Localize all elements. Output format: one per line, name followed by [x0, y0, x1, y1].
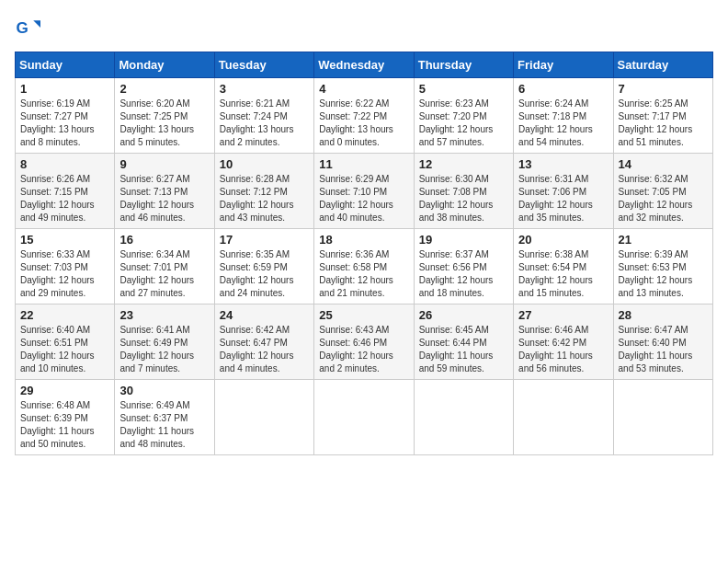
day-number: 9 — [119, 157, 209, 171]
calendar-cell: 20 Sunrise: 6:38 AMSunset: 6:54 PMDaylig… — [514, 229, 613, 304]
day-header-monday: Monday — [115, 52, 214, 78]
day-detail: Sunrise: 6:21 AMSunset: 7:24 PMDaylight:… — [220, 98, 294, 147]
day-detail: Sunrise: 6:22 AMSunset: 7:22 PMDaylight:… — [319, 98, 393, 147]
day-number: 16 — [119, 233, 209, 247]
day-number: 14 — [619, 157, 708, 171]
day-detail: Sunrise: 6:35 AMSunset: 6:59 PMDaylight:… — [220, 249, 294, 298]
day-detail: Sunrise: 6:34 AMSunset: 7:01 PMDaylight:… — [119, 249, 194, 298]
calendar-cell — [314, 380, 414, 455]
day-number: 15 — [20, 233, 109, 247]
day-header-thursday: Thursday — [414, 52, 513, 78]
logo-icon: G — [15, 15, 40, 40]
calendar-cell: 17 Sunrise: 6:35 AMSunset: 6:59 PMDaylig… — [214, 229, 313, 304]
calendar-week-4: 22 Sunrise: 6:40 AMSunset: 6:51 PMDaylig… — [16, 304, 713, 380]
day-header-tuesday: Tuesday — [214, 52, 313, 78]
day-number: 12 — [419, 157, 508, 171]
svg-marker-1 — [33, 20, 40, 28]
calendar-cell: 26 Sunrise: 6:45 AMSunset: 6:44 PMDaylig… — [414, 304, 513, 380]
day-detail: Sunrise: 6:43 AMSunset: 6:46 PMDaylight:… — [319, 325, 393, 373]
day-detail: Sunrise: 6:20 AMSunset: 7:25 PMDaylight:… — [119, 98, 194, 147]
day-detail: Sunrise: 6:36 AMSunset: 6:58 PMDaylight:… — [319, 249, 393, 298]
calendar-cell — [514, 380, 613, 455]
calendar-cell: 18 Sunrise: 6:36 AMSunset: 6:58 PMDaylig… — [314, 229, 414, 304]
calendar-cell: 8 Sunrise: 6:26 AMSunset: 7:15 PMDayligh… — [16, 154, 115, 229]
day-detail: Sunrise: 6:31 AMSunset: 7:06 PMDaylight:… — [518, 174, 593, 223]
svg-text:G: G — [17, 19, 28, 37]
day-detail: Sunrise: 6:38 AMSunset: 6:54 PMDaylight:… — [518, 249, 593, 298]
day-detail: Sunrise: 6:19 AMSunset: 7:27 PMDaylight:… — [20, 98, 95, 147]
day-detail: Sunrise: 6:37 AMSunset: 6:56 PMDaylight:… — [419, 249, 494, 298]
day-number: 30 — [119, 384, 209, 397]
calendar-cell: 21 Sunrise: 6:39 AMSunset: 6:53 PMDaylig… — [613, 229, 712, 304]
day-number: 19 — [419, 233, 508, 247]
calendar-cell — [613, 380, 712, 455]
calendar-cell: 29 Sunrise: 6:48 AMSunset: 6:39 PMDaylig… — [16, 380, 115, 455]
calendar-table: SundayMondayTuesdayWednesdayThursdayFrid… — [15, 52, 713, 455]
day-detail: Sunrise: 6:32 AMSunset: 7:05 PMDaylight:… — [619, 174, 693, 223]
calendar-cell: 1 Sunrise: 6:19 AMSunset: 7:27 PMDayligh… — [16, 78, 115, 154]
calendar-cell: 11 Sunrise: 6:29 AMSunset: 7:10 PMDaylig… — [314, 154, 414, 229]
day-number: 26 — [419, 308, 508, 322]
day-detail: Sunrise: 6:42 AMSunset: 6:47 PMDaylight:… — [220, 325, 294, 373]
calendar-cell: 12 Sunrise: 6:30 AMSunset: 7:08 PMDaylig… — [414, 154, 513, 229]
calendar-week-2: 8 Sunrise: 6:26 AMSunset: 7:15 PMDayligh… — [16, 154, 713, 229]
day-detail: Sunrise: 6:25 AMSunset: 7:17 PMDaylight:… — [619, 98, 693, 147]
day-number: 24 — [220, 308, 309, 322]
day-number: 28 — [619, 308, 708, 322]
calendar-cell: 28 Sunrise: 6:47 AMSunset: 6:40 PMDaylig… — [613, 304, 712, 380]
day-detail: Sunrise: 6:40 AMSunset: 6:51 PMDaylight:… — [20, 325, 95, 373]
day-number: 5 — [419, 82, 508, 96]
day-detail: Sunrise: 6:24 AMSunset: 7:18 PMDaylight:… — [518, 98, 593, 147]
calendar-cell: 14 Sunrise: 6:32 AMSunset: 7:05 PMDaylig… — [613, 154, 712, 229]
day-number: 7 — [619, 82, 708, 96]
day-number: 21 — [619, 233, 708, 247]
day-number: 1 — [20, 82, 109, 96]
calendar-cell: 3 Sunrise: 6:21 AMSunset: 7:24 PMDayligh… — [214, 78, 313, 154]
calendar-cell: 24 Sunrise: 6:42 AMSunset: 6:47 PMDaylig… — [214, 304, 313, 380]
day-detail: Sunrise: 6:23 AMSunset: 7:20 PMDaylight:… — [419, 98, 494, 147]
day-detail: Sunrise: 6:41 AMSunset: 6:49 PMDaylight:… — [119, 325, 194, 373]
calendar-cell — [214, 380, 313, 455]
calendar-cell: 25 Sunrise: 6:43 AMSunset: 6:46 PMDaylig… — [314, 304, 414, 380]
day-header-saturday: Saturday — [613, 52, 712, 78]
day-number: 18 — [319, 233, 408, 247]
day-number: 6 — [518, 82, 608, 96]
day-number: 23 — [119, 308, 209, 322]
day-detail: Sunrise: 6:45 AMSunset: 6:44 PMDaylight:… — [419, 325, 494, 373]
day-number: 22 — [20, 308, 109, 322]
day-detail: Sunrise: 6:26 AMSunset: 7:15 PMDaylight:… — [20, 174, 95, 223]
day-header-friday: Friday — [514, 52, 613, 78]
calendar-cell: 16 Sunrise: 6:34 AMSunset: 7:01 PMDaylig… — [115, 229, 214, 304]
day-detail: Sunrise: 6:47 AMSunset: 6:40 PMDaylight:… — [619, 325, 693, 373]
day-header-sunday: Sunday — [16, 52, 115, 78]
day-detail: Sunrise: 6:49 AMSunset: 6:37 PMDaylight:… — [119, 400, 194, 449]
page-header: G — [15, 15, 713, 40]
calendar-cell: 9 Sunrise: 6:27 AMSunset: 7:13 PMDayligh… — [115, 154, 214, 229]
calendar-week-3: 15 Sunrise: 6:33 AMSunset: 7:03 PMDaylig… — [16, 229, 713, 304]
day-number: 25 — [319, 308, 408, 322]
calendar-cell: 27 Sunrise: 6:46 AMSunset: 6:42 PMDaylig… — [514, 304, 613, 380]
day-number: 17 — [220, 233, 309, 247]
day-detail: Sunrise: 6:39 AMSunset: 6:53 PMDaylight:… — [619, 249, 693, 298]
day-header-wednesday: Wednesday — [314, 52, 414, 78]
calendar-week-5: 29 Sunrise: 6:48 AMSunset: 6:39 PMDaylig… — [16, 380, 713, 455]
day-detail: Sunrise: 6:27 AMSunset: 7:13 PMDaylight:… — [119, 174, 194, 223]
day-number: 8 — [20, 157, 109, 171]
calendar-cell: 10 Sunrise: 6:28 AMSunset: 7:12 PMDaylig… — [214, 154, 313, 229]
day-number: 2 — [119, 82, 209, 96]
calendar-cell: 15 Sunrise: 6:33 AMSunset: 7:03 PMDaylig… — [16, 229, 115, 304]
calendar-cell: 4 Sunrise: 6:22 AMSunset: 7:22 PMDayligh… — [314, 78, 414, 154]
calendar-cell — [414, 380, 513, 455]
logo: G — [15, 15, 44, 40]
calendar-cell: 19 Sunrise: 6:37 AMSunset: 6:56 PMDaylig… — [414, 229, 513, 304]
day-number: 13 — [518, 157, 608, 171]
day-detail: Sunrise: 6:29 AMSunset: 7:10 PMDaylight:… — [319, 174, 393, 223]
day-detail: Sunrise: 6:46 AMSunset: 6:42 PMDaylight:… — [518, 325, 593, 373]
calendar-cell: 23 Sunrise: 6:41 AMSunset: 6:49 PMDaylig… — [115, 304, 214, 380]
calendar-cell: 7 Sunrise: 6:25 AMSunset: 7:17 PMDayligh… — [613, 78, 712, 154]
calendar-cell: 6 Sunrise: 6:24 AMSunset: 7:18 PMDayligh… — [514, 78, 613, 154]
day-number: 10 — [220, 157, 309, 171]
calendar-cell: 5 Sunrise: 6:23 AMSunset: 7:20 PMDayligh… — [414, 78, 513, 154]
day-number: 29 — [20, 384, 109, 397]
calendar-header-row: SundayMondayTuesdayWednesdayThursdayFrid… — [16, 52, 713, 78]
